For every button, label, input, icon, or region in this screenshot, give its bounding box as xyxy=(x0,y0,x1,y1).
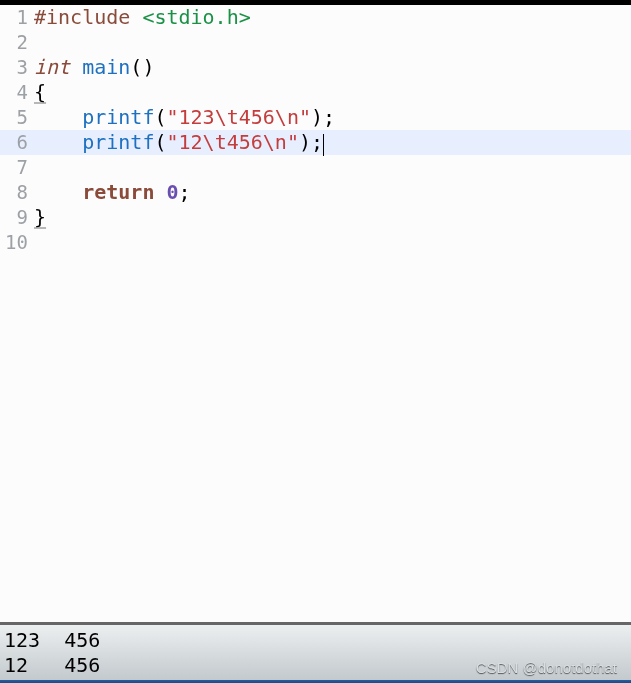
output-line: 123 456 xyxy=(4,628,627,653)
token xyxy=(34,130,82,154)
code-editor[interactable]: 1#include <stdio.h>23int main()4{5 print… xyxy=(0,5,631,622)
code-content[interactable]: int main() xyxy=(34,55,631,80)
ide-window: 1#include <stdio.h>23int main()4{5 print… xyxy=(0,0,631,683)
text-cursor xyxy=(323,134,324,156)
output-panel: 123 456 12 456 CSDN @donotdothat xyxy=(0,625,631,680)
line-number: 1 xyxy=(0,5,34,30)
token xyxy=(34,180,82,204)
token xyxy=(70,55,82,79)
code-content[interactable]: { xyxy=(34,80,631,105)
token: ; xyxy=(179,180,191,204)
token: #include xyxy=(34,5,142,29)
token xyxy=(154,180,166,204)
token: printf xyxy=(82,105,154,129)
line-number: 4 xyxy=(0,80,34,105)
token: <stdio.h> xyxy=(142,5,250,29)
code-content[interactable]: printf("123\t456\n"); xyxy=(34,105,631,130)
line-number: 2 xyxy=(0,30,34,55)
line-number: 9 xyxy=(0,205,34,230)
token: } xyxy=(34,205,46,229)
token: ); xyxy=(299,130,323,154)
line-number: 7 xyxy=(0,155,34,180)
token xyxy=(34,105,82,129)
token: () xyxy=(130,55,154,79)
line-number: 3 xyxy=(0,55,34,80)
token: ( xyxy=(154,130,166,154)
token: return xyxy=(82,180,154,204)
token: main xyxy=(82,55,130,79)
code-content[interactable]: printf("12\t456\n"); xyxy=(34,130,631,155)
code-line[interactable]: 7 xyxy=(0,155,631,180)
code-content[interactable]: #include <stdio.h> xyxy=(34,5,631,30)
token: "12\t456\n" xyxy=(166,130,298,154)
token: ); xyxy=(311,105,335,129)
token: { xyxy=(34,80,46,104)
token: 0 xyxy=(166,180,178,204)
code-line[interactable]: 9} xyxy=(0,205,631,230)
token: ( xyxy=(154,105,166,129)
code-line[interactable]: 5 printf("123\t456\n"); xyxy=(0,105,631,130)
code-line[interactable]: 8 return 0; xyxy=(0,180,631,205)
line-number: 8 xyxy=(0,180,34,205)
code-content[interactable]: return 0; xyxy=(34,180,631,205)
line-number: 10 xyxy=(0,230,34,255)
token: printf xyxy=(82,130,154,154)
token: "123\t456\n" xyxy=(166,105,311,129)
line-number: 6 xyxy=(0,130,34,155)
code-content[interactable]: } xyxy=(34,205,631,230)
code-line[interactable]: 1#include <stdio.h> xyxy=(0,5,631,30)
code-line[interactable]: 2 xyxy=(0,30,631,55)
code-line[interactable]: 10 xyxy=(0,230,631,255)
line-number: 5 xyxy=(0,105,34,130)
watermark: CSDN @donotdothat xyxy=(476,659,617,676)
code-line[interactable]: 6 printf("12\t456\n"); xyxy=(0,130,631,155)
token: int xyxy=(34,55,70,79)
code-line[interactable]: 3int main() xyxy=(0,55,631,80)
code-line[interactable]: 4{ xyxy=(0,80,631,105)
